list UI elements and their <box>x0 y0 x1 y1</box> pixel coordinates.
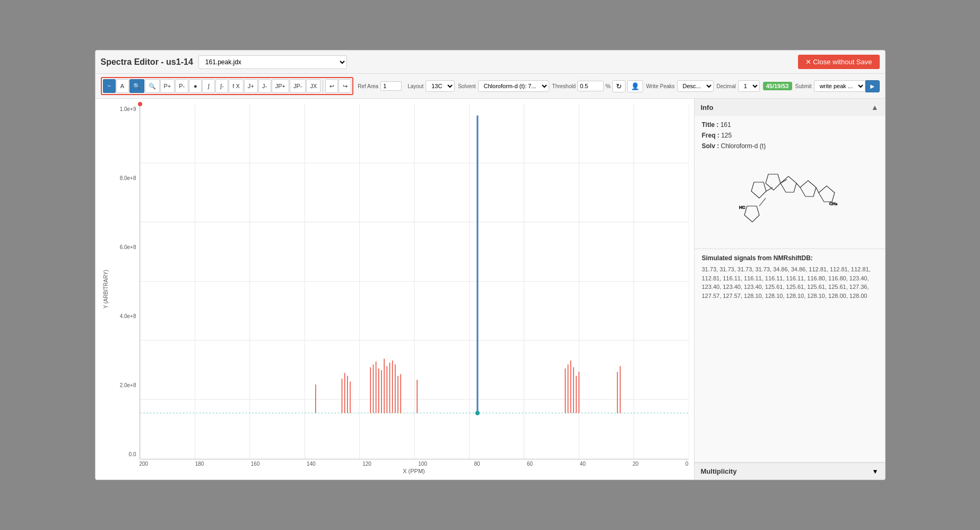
svg-text:CH₃: CH₃ <box>829 201 837 206</box>
write-peaks-select[interactable]: Desc... <box>677 80 714 92</box>
solv-value: Chloroform-d (t) <box>721 142 766 150</box>
ref-area-input[interactable] <box>380 81 402 91</box>
multiplicity-title: Multiplicity <box>701 467 737 475</box>
threshold-percent: % <box>605 83 611 89</box>
simulated-section: Simulated signals from NMRshiftDB: 31.73… <box>695 249 885 463</box>
auto-fit-button[interactable]: A <box>116 79 129 93</box>
svg-line-55 <box>816 187 819 193</box>
ref-area-label: Ref Area <box>358 83 378 89</box>
threshold-group: Threshold % ↻ 👤 <box>552 80 643 92</box>
svg-text:HC: HC <box>739 205 745 210</box>
decimal-group: Decimal 1 <box>717 80 760 92</box>
info-section: Info ▲ Title : 161 Freq : 125 Solv : Chl… <box>695 99 885 249</box>
decimal-select[interactable]: 1 <box>738 80 760 92</box>
solvent-select[interactable]: Chloroform-d (t): 7... <box>478 80 549 92</box>
svg-marker-49 <box>800 181 816 196</box>
right-panel: Info ▲ Title : 161 Freq : 125 Solv : Chl… <box>694 99 885 480</box>
y-tick-2e8: 2.0e+8 <box>120 382 136 388</box>
svg-marker-48 <box>780 176 796 192</box>
x-tick-80: 80 <box>474 461 480 467</box>
y-tick-4e8: 4.0e+8 <box>120 313 136 319</box>
x-tick-100: 100 <box>418 461 427 467</box>
info-section-title: Info <box>701 104 714 112</box>
simulated-values: 31.73, 31.73, 31.73, 31.73, 34.86, 34.86… <box>702 265 878 300</box>
toolbar-right: Layout 13C Solvent Chloroform-d (t): 7..… <box>407 80 879 92</box>
peaks-count-badge: 45/19/53 <box>763 82 792 90</box>
molecule-image: CH₃ HC <box>702 153 878 243</box>
svg-marker-47 <box>766 174 780 190</box>
decimal-label: Decimal <box>717 83 736 89</box>
molecule-svg: CH₃ HC <box>736 158 843 238</box>
svg-marker-46 <box>751 182 766 198</box>
x-tick-160: 160 <box>251 461 260 467</box>
zoom-in-button[interactable]: 🔍 <box>129 79 144 93</box>
x-tick-0: 0 <box>686 461 689 467</box>
layout-label: Layout <box>407 83 423 89</box>
peak-plus-button[interactable]: P+ <box>160 79 175 93</box>
chart-plot[interactable] <box>140 104 689 459</box>
file-dropdown[interactable]: 161.peak.jdx <box>198 55 347 69</box>
main-content: Y (ARBITRARY) 1.0e+9 8.0e+8 6.0e+8 4.0e+… <box>96 99 885 480</box>
svg-line-54 <box>796 183 800 187</box>
j-minus-button[interactable]: J- <box>258 79 271 93</box>
zoom-out-button[interactable]: 🔍 <box>145 79 160 93</box>
toolbar: ~ A 🔍 🔍 P+ P- ● ∫ ∫- f X J+ J- JP+ JP- J… <box>96 74 885 99</box>
solvent-label: Solvent <box>458 83 475 89</box>
simulated-title: Simulated signals from NMRshiftDB: <box>702 254 878 262</box>
person-button[interactable]: 👤 <box>627 80 643 92</box>
undo-button[interactable]: ↩ <box>325 79 338 93</box>
ref-area-group: Ref Area <box>358 81 402 91</box>
y-tick-8e8: 8.0e+8 <box>120 175 136 181</box>
x-tick-140: 140 <box>307 461 316 467</box>
close-without-save-button[interactable]: ✕ Close without Save <box>798 55 880 69</box>
x-tick-180: 180 <box>195 461 204 467</box>
j-plus-button[interactable]: J+ <box>244 79 258 93</box>
integral-minus-button[interactable]: ∫- <box>215 79 228 93</box>
jp-minus-button[interactable]: JP- <box>290 79 306 93</box>
pin-button[interactable]: ● <box>189 79 202 93</box>
layout-group: Layout 13C <box>407 80 455 92</box>
x-tick-60: 60 <box>527 461 533 467</box>
jp-plus-button[interactable]: JP+ <box>272 79 289 93</box>
x-axis-label: X (PPM) <box>110 468 689 474</box>
threshold-input[interactable] <box>577 81 604 91</box>
title-label: Title : <box>702 121 719 129</box>
auto-scale-button[interactable]: ~ <box>103 79 116 93</box>
multiplicity-section-header[interactable]: Multiplicity ▼ <box>695 463 885 480</box>
x-tick-20: 20 <box>632 461 638 467</box>
fx-button[interactable]: f X <box>229 79 243 93</box>
solv-label: Solv : <box>702 142 719 150</box>
submit-go-button[interactable]: ► <box>865 80 880 92</box>
freq-label: Freq : <box>702 132 719 139</box>
svg-marker-45 <box>744 206 759 222</box>
main-toolbar-group: ~ A 🔍 🔍 P+ P- ● ∫ ∫- f X J+ J- JP+ JP- J… <box>101 77 354 95</box>
svg-line-51 <box>759 198 766 206</box>
info-section-header[interactable]: Info ▲ <box>695 99 885 116</box>
info-section-body: Title : 161 Freq : 125 Solv : Chloroform… <box>695 116 885 249</box>
svg-marker-50 <box>819 186 835 202</box>
svg-point-44 <box>475 411 479 415</box>
integral-button[interactable]: ∫ <box>202 79 215 93</box>
solv-row: Solv : Chloroform-d (t) <box>702 142 878 150</box>
x-tick-200: 200 <box>140 461 149 467</box>
file-selector[interactable]: 161.peak.jdx <box>198 55 347 69</box>
chart-area: Y (ARBITRARY) 1.0e+9 8.0e+8 6.0e+8 4.0e+… <box>96 99 694 480</box>
layout-select[interactable]: 13C <box>426 80 455 92</box>
submit-dropdown: write peak ... ► <box>814 80 880 92</box>
write-peaks-group: Write Peaks Desc... <box>646 80 714 92</box>
title-row: Title : 161 <box>702 121 878 129</box>
peak-minus-button[interactable]: P- <box>175 79 188 93</box>
solvent-group: Solvent Chloroform-d (t): 7... <box>458 80 549 92</box>
y-axis-label: Y (ARBITRARY) <box>101 104 110 474</box>
info-section-toggle-icon: ▲ <box>871 103 879 112</box>
jx-button[interactable]: JX <box>306 79 320 93</box>
freq-row: Freq : 125 <box>702 132 878 139</box>
chart-svg <box>140 104 689 459</box>
svg-line-52 <box>766 187 773 191</box>
submit-select[interactable]: write peak ... <box>814 80 865 92</box>
y-tick-0: 0.0 <box>129 451 136 457</box>
redo-button[interactable]: ↪ <box>339 79 351 93</box>
y-tick-1e9: 1.0e+9 <box>120 106 136 112</box>
submit-label: Submit <box>795 83 812 89</box>
refresh-button[interactable]: ↻ <box>612 80 626 92</box>
